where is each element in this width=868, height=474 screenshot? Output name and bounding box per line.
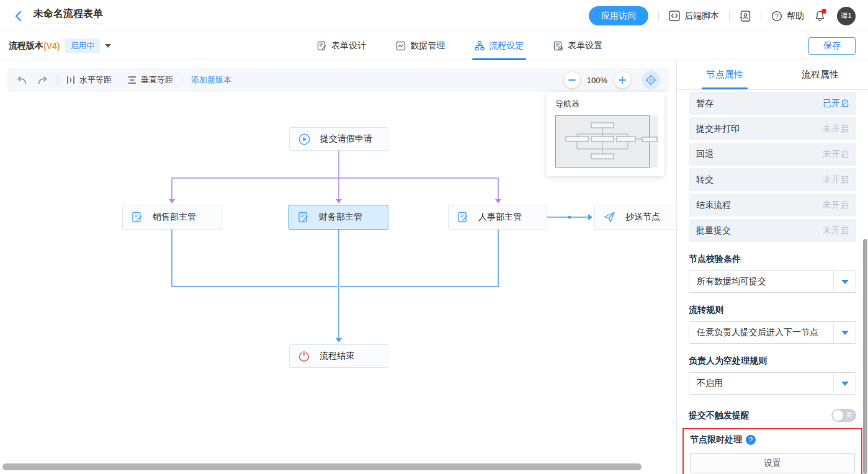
data-manage-icon (396, 41, 406, 51)
section-label: 节点校验条件 (689, 254, 856, 265)
help-button[interactable]: ? 帮助 (771, 11, 804, 22)
feature-label: 转交 (696, 174, 714, 186)
vertical-scrollbar[interactable] (863, 239, 867, 474)
caret-down-icon (841, 382, 849, 386)
tab-data-manage[interactable]: 数据管理 (396, 32, 445, 60)
approval-doc-icon (457, 212, 468, 223)
contacts-book-icon (740, 11, 751, 22)
contacts-icon[interactable] (740, 11, 751, 22)
node-validation-select[interactable]: 所有数据均可提交 (689, 271, 856, 293)
section-flow-rule: 流转规则 任意负责人提交后进入下一节点 (689, 305, 856, 344)
version-label: 流程版本 (9, 40, 43, 51)
zoom-out-button[interactable] (564, 72, 580, 88)
help-question-icon[interactable]: ? (746, 435, 756, 445)
select-value: 任意负责人提交后进入下一节点 (689, 327, 833, 338)
backend-script-button[interactable]: 后端脚本 (669, 11, 719, 22)
feature-label: 提交并打印 (696, 123, 740, 135)
undo-button[interactable] (16, 76, 27, 85)
canvas-toolbar: 水平等距 垂直等距 添加新版本 (7, 68, 669, 92)
help-label: 帮助 (787, 11, 804, 22)
form-setup-icon (553, 41, 563, 51)
feature-label: 结束流程 (696, 200, 731, 211)
save-button[interactable]: 保存 (808, 37, 856, 55)
chevron-left-icon (14, 11, 22, 22)
zoom-level: 100% (587, 76, 607, 85)
app-root: 未命名流程表单 应用访问 后端脚本 (0, 0, 868, 474)
tab-form-design[interactable]: 表单设计 (317, 32, 366, 60)
section-no-reminder: 提交不触发提醒 关 (689, 409, 856, 422)
time-limit-header: 节点限时处理 ? (690, 434, 855, 445)
add-version-button[interactable]: 添加新版本 (191, 74, 231, 86)
node-cc[interactable]: 抄送节点 (594, 205, 676, 230)
node-label: 销售部主管 (153, 212, 196, 223)
crosshair-icon (645, 74, 656, 86)
top-header: 未命名流程表单 应用访问 后端脚本 (0, 0, 868, 32)
back-button[interactable] (11, 9, 25, 23)
help-icon: ? (771, 11, 782, 22)
feature-row-transfer[interactable]: 转交 未开启 (689, 168, 856, 191)
header-left: 未命名流程表单 (11, 7, 103, 24)
feature-row-rollback[interactable]: 回退 未开启 (689, 143, 856, 166)
power-end-icon (298, 351, 310, 362)
node-approval-sales[interactable]: 销售部主管 (122, 205, 221, 230)
horizontal-equal-button[interactable]: 水平等距 (66, 74, 112, 86)
redo-button[interactable] (38, 76, 48, 85)
minus-icon (568, 76, 576, 84)
panel-tabs: 节点属性 流程属性 (677, 60, 868, 90)
tab-flow-setting[interactable]: 流程设定 (475, 32, 524, 60)
notification-dot (821, 9, 826, 14)
page-title: 未命名流程表单 (34, 7, 103, 24)
panel-body: 暂存 已开启 提交并打印 未开启 回退 未开启 转交 未开启 结束流程 未开 (677, 90, 868, 474)
main-area: 水平等距 垂直等距 添加新版本 (0, 60, 868, 474)
select-caret[interactable] (833, 373, 856, 394)
zoom-in-button[interactable] (614, 72, 630, 88)
feature-row-submit-print[interactable]: 提交并打印 未开启 (689, 117, 856, 140)
feature-status: 未开启 (823, 149, 849, 160)
reminder-toggle[interactable]: 关 (831, 409, 856, 422)
feature-row-end-flow[interactable]: 结束流程 未开启 (689, 194, 856, 217)
tab-flow-properties[interactable]: 流程属性 (772, 60, 868, 89)
feature-status: 未开启 (823, 200, 849, 211)
vertical-equal-button[interactable]: 垂直等距 (128, 74, 173, 86)
feature-label: 回退 (696, 149, 714, 160)
feature-status: 未开启 (823, 225, 849, 236)
navigator-minimap[interactable] (555, 115, 658, 168)
select-caret[interactable] (833, 322, 856, 343)
section-label: 流转规则 (689, 305, 856, 316)
avatar[interactable]: 谭1 (837, 7, 856, 25)
feature-label: 暂存 (696, 98, 714, 109)
play-circle-icon (298, 133, 310, 145)
node-start[interactable]: 提交请假申请 (289, 127, 388, 151)
paper-plane-icon (604, 212, 615, 223)
feature-row-draft[interactable]: 暂存 已开启 (689, 92, 856, 115)
horizontal-equal-icon (66, 76, 75, 84)
module-tabs: 表单设计 数据管理 流程设定 (111, 32, 808, 60)
tab-form-setup[interactable]: 表单设置 (553, 32, 602, 60)
node-approval-finance[interactable]: 财务部主管 (289, 205, 388, 230)
node-approval-hr[interactable]: 人事部主管 (448, 205, 547, 230)
flow-setting-icon (475, 41, 485, 51)
app-access-button[interactable]: 应用访问 (589, 6, 648, 25)
version-info: 流程版本 (V4) 启用中 (9, 38, 111, 53)
feature-row-batch-submit[interactable]: 批量提交 未开启 (689, 219, 856, 242)
time-limit-settings-button[interactable]: 设置 (690, 453, 855, 473)
tab-node-properties[interactable]: 节点属性 (677, 60, 772, 89)
caret-down-icon (841, 331, 849, 335)
flow-canvas[interactable]: 水平等距 垂直等距 添加新版本 (0, 60, 676, 474)
horizontal-scrollbar[interactable] (2, 463, 642, 470)
navigator-title: 导航器 (555, 99, 656, 110)
node-end[interactable]: 流程结束 (289, 344, 388, 368)
time-limit-highlight-box: 节点限时处理 ? 设置 (682, 428, 862, 474)
node-label: 人事部主管 (478, 212, 522, 223)
flow-rule-select[interactable]: 任意负责人提交后进入下一节点 (689, 321, 856, 344)
select-caret[interactable] (833, 271, 856, 292)
node-label: 流程结束 (320, 351, 354, 362)
properties-panel: 节点属性 流程属性 暂存 已开启 提交并打印 未开启 回退 未开启 转交 (676, 60, 868, 474)
toggle-state-label: 关 (846, 411, 852, 420)
select-value: 所有数据均可提交 (689, 276, 833, 287)
divider (761, 11, 761, 21)
notification-bell-icon[interactable] (814, 10, 826, 22)
version-dropdown-caret[interactable] (105, 44, 111, 48)
empty-owner-select[interactable]: 不启用 (689, 372, 856, 395)
locate-center-button[interactable] (642, 71, 660, 89)
